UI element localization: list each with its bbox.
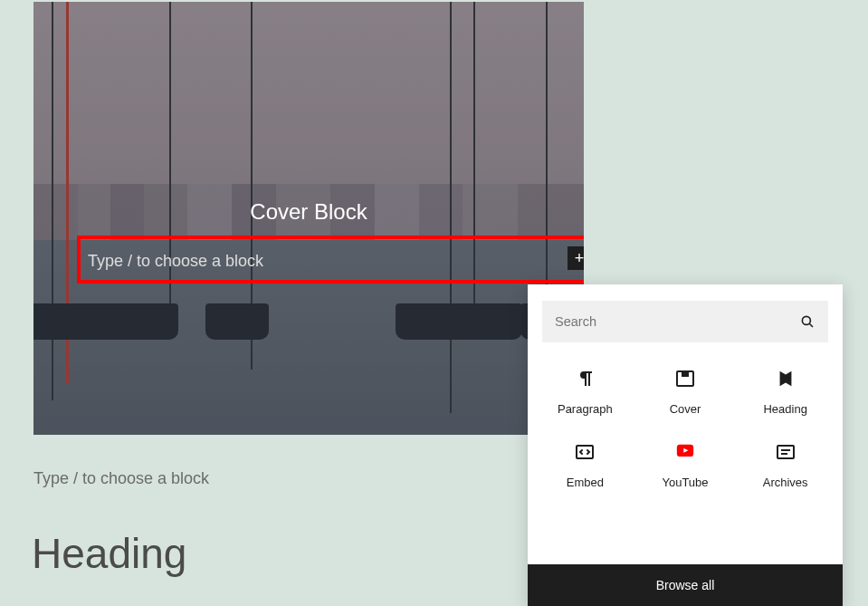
svg-rect-6 xyxy=(777,446,794,458)
block-option-label: Embed xyxy=(567,476,604,489)
block-option-embed[interactable]: Embed xyxy=(535,441,635,489)
block-placeholder[interactable]: Type / to choose a block xyxy=(88,252,263,271)
search-input[interactable] xyxy=(555,314,799,329)
block-option-heading[interactable]: Heading xyxy=(735,368,835,416)
plus-icon: + xyxy=(575,250,584,266)
archives-icon xyxy=(775,441,796,463)
paragraph-placeholder[interactable]: Type / to choose a block xyxy=(33,469,209,488)
block-option-paragraph[interactable]: Paragraph xyxy=(535,368,635,416)
block-option-cover[interactable]: Cover xyxy=(635,368,736,416)
cover-title[interactable]: Cover Block xyxy=(33,199,584,225)
block-option-label: Archives xyxy=(763,476,808,489)
block-option-label: Heading xyxy=(763,402,806,416)
block-option-label: YouTube xyxy=(662,476,708,489)
block-option-label: Paragraph xyxy=(558,402,613,416)
youtube-icon xyxy=(674,441,696,463)
cover-block: Cover Block Type / to choose a block + xyxy=(33,2,584,435)
search-icon xyxy=(799,313,816,330)
search-box[interactable] xyxy=(542,301,828,342)
paragraph-icon xyxy=(574,368,596,390)
heading-icon xyxy=(775,368,796,390)
embed-icon xyxy=(574,441,596,463)
block-options-grid: Paragraph Cover Heading Embed YouTube xyxy=(528,342,843,500)
browse-all-label: Browse all xyxy=(656,578,715,592)
block-option-archives[interactable]: Archives xyxy=(735,441,835,489)
add-block-button[interactable]: + xyxy=(568,246,584,270)
block-inserter-panel: Paragraph Cover Heading Embed YouTube xyxy=(528,284,843,606)
svg-rect-3 xyxy=(682,371,688,376)
browse-all-button[interactable]: Browse all xyxy=(528,564,843,606)
svg-line-1 xyxy=(809,323,813,327)
cover-icon xyxy=(674,368,696,390)
svg-point-0 xyxy=(802,316,810,324)
heading-block[interactable]: Heading xyxy=(32,529,186,578)
block-option-label: Cover xyxy=(670,402,701,416)
block-option-youtube[interactable]: YouTube xyxy=(635,441,736,489)
